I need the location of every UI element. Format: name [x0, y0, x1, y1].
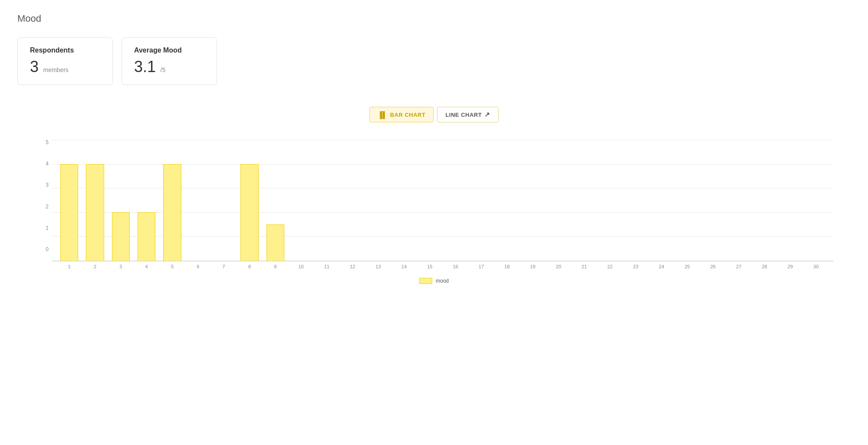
line-chart-icon: ↗ — [484, 111, 490, 119]
bar-8 — [240, 164, 259, 261]
x-label-23: 23 — [623, 264, 648, 269]
x-label-11: 11 — [314, 264, 339, 269]
bar-column-10 — [288, 140, 314, 261]
bar-column-23 — [623, 140, 648, 261]
respondents-unit: members — [43, 66, 68, 73]
line-chart-button[interactable]: LINE CHART ↗ — [437, 107, 498, 122]
x-label-19: 19 — [520, 264, 546, 269]
x-label-27: 27 — [726, 264, 752, 269]
x-label-14: 14 — [391, 264, 417, 269]
bar-chart-label: BAR CHART — [390, 112, 426, 118]
line-chart-label: LINE CHART — [445, 112, 482, 118]
x-label-20: 20 — [546, 264, 571, 269]
bar-column-29 — [777, 140, 803, 261]
x-axis: 1234567891011121314151617181920212223242… — [56, 261, 829, 269]
legend-color-box — [419, 278, 432, 284]
chart-area: 0 1 2 3 4 5 — [35, 140, 833, 284]
x-label-30: 30 — [803, 264, 829, 269]
x-label-5: 5 — [159, 264, 185, 269]
respondents-title: Respondents — [30, 46, 100, 54]
bar-chart-icon: ▐▌ — [378, 111, 387, 119]
bar-column-22 — [597, 140, 623, 261]
x-label-8: 8 — [237, 264, 262, 269]
bar-column-28 — [752, 140, 777, 261]
bar-column-26 — [700, 140, 726, 261]
bar-column-27 — [726, 140, 752, 261]
bar-column-20 — [546, 140, 571, 261]
bar-column-16 — [443, 140, 468, 261]
bar-1 — [60, 164, 79, 261]
x-label-21: 21 — [572, 264, 597, 269]
bar-column-14 — [391, 140, 417, 261]
average-mood-value: 3.1 — [134, 58, 156, 76]
bar-column-1 — [56, 140, 82, 261]
bar-chart-button[interactable]: ▐▌ BAR CHART — [369, 107, 434, 122]
legend-label: mood — [436, 278, 449, 284]
bar-column-4 — [134, 140, 159, 261]
x-label-3: 3 — [108, 264, 134, 269]
stats-row: Respondents 3 members Average Mood 3.1 /… — [17, 37, 851, 85]
respondents-value: 3 — [30, 58, 39, 76]
bar-column-19 — [520, 140, 546, 261]
bar-column-30 — [803, 140, 829, 261]
x-label-12: 12 — [340, 264, 365, 269]
bar-column-3 — [108, 140, 134, 261]
bar-column-17 — [468, 140, 494, 261]
x-label-7: 7 — [211, 264, 237, 269]
x-label-26: 26 — [700, 264, 726, 269]
bar-column-24 — [649, 140, 674, 261]
average-mood-unit: /5 — [161, 66, 166, 73]
x-label-18: 18 — [494, 264, 520, 269]
bar-column-11 — [314, 140, 339, 261]
chart-legend: mood — [35, 278, 833, 284]
x-label-2: 2 — [82, 264, 108, 269]
x-label-10: 10 — [288, 264, 314, 269]
x-label-13: 13 — [365, 264, 391, 269]
x-label-25: 25 — [674, 264, 700, 269]
x-label-24: 24 — [649, 264, 674, 269]
chart-inner — [52, 140, 833, 261]
bar-column-18 — [494, 140, 520, 261]
bar-4 — [138, 212, 156, 261]
x-label-22: 22 — [597, 264, 623, 269]
x-label-9: 9 — [263, 264, 288, 269]
bar-column-12 — [340, 140, 365, 261]
y-label-4: 4 — [35, 161, 52, 166]
bar-column-15 — [417, 140, 443, 261]
average-mood-card: Average Mood 3.1 /5 — [122, 37, 217, 85]
x-label-6: 6 — [185, 264, 211, 269]
y-label-3: 3 — [35, 182, 52, 188]
x-label-17: 17 — [468, 264, 494, 269]
bar-column-9 — [263, 140, 288, 261]
x-label-28: 28 — [752, 264, 777, 269]
y-label-0: 0 — [35, 247, 52, 252]
bar-column-21 — [572, 140, 597, 261]
respondents-card: Respondents 3 members — [17, 37, 113, 85]
x-label-4: 4 — [134, 264, 159, 269]
y-label-5: 5 — [35, 140, 52, 145]
bar-column-13 — [365, 140, 391, 261]
bar-column-7 — [211, 140, 237, 261]
average-mood-title: Average Mood — [134, 46, 204, 54]
x-label-1: 1 — [56, 264, 82, 269]
x-label-16: 16 — [443, 264, 468, 269]
bar-2 — [86, 164, 104, 261]
bar-column-25 — [674, 140, 700, 261]
y-label-1: 1 — [35, 225, 52, 231]
bar-column-8 — [237, 140, 262, 261]
bar-column-2 — [82, 140, 108, 261]
bar-column-6 — [185, 140, 211, 261]
bar-column-5 — [159, 140, 185, 261]
bar-5 — [163, 164, 181, 261]
x-label-29: 29 — [777, 264, 803, 269]
chart-toggle: ▐▌ BAR CHART LINE CHART ↗ — [17, 107, 851, 122]
bar-3 — [112, 212, 130, 261]
x-label-15: 15 — [417, 264, 443, 269]
y-label-2: 2 — [35, 204, 52, 209]
page-title: Mood — [17, 13, 851, 24]
bars-wrapper — [52, 140, 833, 261]
bar-9 — [266, 224, 285, 261]
